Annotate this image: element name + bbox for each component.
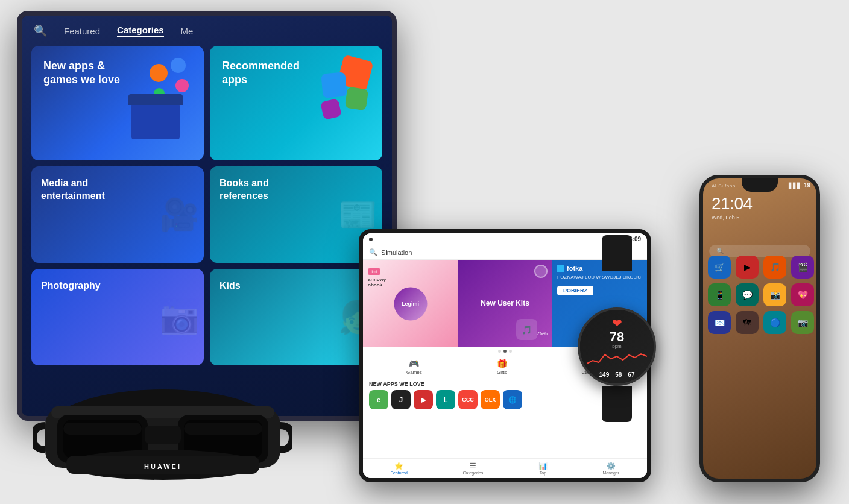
app-icon-8: 💖 bbox=[791, 283, 814, 306]
featured-nav-label: Featured bbox=[391, 471, 408, 475]
tablet-cat-gifts[interactable]: 🎁 Gifts bbox=[497, 359, 507, 375]
tv-screen: 🔍 Featured Categories Me New apps & game… bbox=[22, 16, 392, 416]
tv-cat-books-title: Books and references bbox=[219, 177, 298, 203]
legimi-circle: Legimi bbox=[394, 287, 427, 320]
app-d[interactable]: ▶ bbox=[414, 390, 433, 409]
tv-cat-photography[interactable]: Photography 📷 bbox=[31, 269, 204, 365]
dot-3 bbox=[509, 350, 512, 353]
svg-rect-12 bbox=[184, 423, 262, 435]
banner-left-deco bbox=[113, 52, 198, 148]
phone-app-10[interactable]: 🗺 bbox=[736, 311, 759, 334]
tv-banners: New apps & games we love Recommende bbox=[31, 46, 382, 160]
vr-glasses-container: HUAWEI bbox=[33, 365, 292, 498]
app-ccc[interactable]: CCC bbox=[458, 390, 478, 409]
tv-cat-kids[interactable]: Kids 👧 bbox=[210, 269, 382, 365]
phone-app-6[interactable]: 💬 bbox=[736, 283, 759, 306]
phone-ai-label: AI Sufahh bbox=[712, 183, 736, 189]
watch-container: ❤ 78 bpm 149 58 67 bbox=[566, 235, 668, 446]
watch-chart bbox=[587, 351, 647, 367]
banner-right-deco bbox=[286, 52, 376, 148]
top-nav-icon: 📊 bbox=[538, 462, 548, 470]
app-j[interactable]: J bbox=[391, 390, 411, 409]
phone-app-11[interactable]: 🔵 bbox=[763, 311, 786, 334]
phone-notch bbox=[742, 178, 778, 192]
phone-app-1[interactable]: 🛒 bbox=[708, 256, 731, 279]
app-web[interactable]: 🌐 bbox=[503, 390, 522, 409]
phone-app-5[interactable]: 📱 bbox=[708, 283, 731, 306]
tv-nav-me[interactable]: Me bbox=[181, 26, 194, 36]
phone-app-3[interactable]: 🎵 bbox=[763, 256, 786, 279]
app-icon-7: 📸 bbox=[763, 283, 786, 306]
tablet-search-icon: 🔍 bbox=[369, 248, 377, 256]
photo-icon: 📷 bbox=[160, 299, 199, 336]
app-e-letter: e bbox=[377, 396, 380, 403]
tv-nav-categories[interactable]: Categories bbox=[117, 25, 164, 37]
phone-status-bar: ▋▋▋ 19 bbox=[789, 182, 810, 189]
tv-frame: 🔍 Featured Categories Me New apps & game… bbox=[17, 11, 397, 421]
app-icon-9: 📧 bbox=[708, 311, 731, 334]
app-icon-3: 🎵 bbox=[763, 256, 786, 279]
tv-banner-recommended[interactable]: Recommended apps bbox=[210, 46, 382, 160]
app-icon-6: 💬 bbox=[736, 283, 759, 306]
phone-apps-grid: 🛒 ▶ 🎵 🎬 📱 💬 bbox=[703, 251, 816, 339]
app-icon-12: 📷 bbox=[791, 311, 814, 334]
phone-container: AI Sufahh ▋▋▋ 19 21:04 Wed, Feb 5 🔍 🛒 bbox=[699, 175, 820, 482]
featured-nav-icon: ⭐ bbox=[394, 462, 403, 470]
app-icon-2: ▶ bbox=[736, 256, 759, 279]
tv-cat-books[interactable]: Books and references 📰 bbox=[210, 166, 382, 263]
games-label: Games bbox=[406, 370, 422, 375]
watch-frame: ❤ 78 bpm 149 58 67 bbox=[578, 307, 656, 386]
scene: 🔍 Featured Categories Me New apps & game… bbox=[0, 0, 849, 504]
svg-text:HUAWEI: HUAWEI bbox=[144, 463, 181, 470]
search-icon[interactable]: 🔍 bbox=[34, 24, 47, 37]
tablet-nav-top[interactable]: 📊 Top bbox=[538, 462, 548, 475]
phone-big-date: Wed, Feb 5 bbox=[712, 215, 739, 221]
books-icon: 📰 bbox=[338, 197, 377, 233]
phone-status-time: 19 bbox=[804, 182, 810, 189]
top-nav-label: Top bbox=[540, 471, 546, 475]
tablet-banner-new-user-kits[interactable]: New User Kits 🎵 75% bbox=[458, 260, 552, 347]
watch-step2: 58 bbox=[615, 371, 622, 378]
tablet-cat-games[interactable]: 🎮 Games bbox=[406, 359, 422, 375]
categories-nav-icon: ☰ bbox=[470, 462, 476, 470]
app-l[interactable]: L bbox=[436, 390, 455, 409]
deco-card: 🎵 bbox=[516, 319, 537, 340]
fotka-dot bbox=[557, 265, 564, 272]
media-icon: 🎥 bbox=[160, 197, 199, 233]
new-user-kits-title: New User Kits bbox=[476, 299, 534, 307]
svg-rect-11 bbox=[63, 423, 142, 435]
app-d-letter: ▶ bbox=[421, 396, 426, 404]
tablet-bottom-nav: ⭐ Featured ☰ Categories 📊 Top ⚙️ Manager bbox=[363, 458, 647, 478]
phone-big-time: 21:04 bbox=[712, 194, 753, 213]
tv-banner-new-apps[interactable]: New apps & games we love bbox=[31, 46, 204, 160]
dot-1 bbox=[498, 350, 501, 353]
phone-app-12[interactable]: 📷 bbox=[791, 311, 814, 334]
games-icon: 🎮 bbox=[409, 359, 419, 368]
phone-app-8[interactable]: 💖 bbox=[791, 283, 814, 306]
legimi-badge: limi bbox=[368, 268, 380, 275]
app-icon-11: 🔵 bbox=[763, 311, 786, 334]
phone-app-7[interactable]: 📸 bbox=[763, 283, 786, 306]
tablet-nav-manager[interactable]: ⚙️ Manager bbox=[603, 462, 620, 475]
app-icon-1: 🛒 bbox=[708, 256, 731, 279]
signal-icon: ▋▋▋ bbox=[789, 183, 801, 189]
tv-nav-featured[interactable]: Featured bbox=[64, 26, 100, 36]
tablet-banner-legimi[interactable]: limi armowyobook Legimi bbox=[363, 260, 458, 347]
watch-band-bottom bbox=[602, 386, 632, 422]
app-olx[interactable]: OLX bbox=[481, 390, 500, 409]
phone-app-2[interactable]: ▶ bbox=[736, 256, 759, 279]
tablet-nav-categories[interactable]: ☰ Categories bbox=[462, 462, 483, 475]
app-e[interactable]: e bbox=[369, 390, 388, 409]
svg-rect-7 bbox=[145, 426, 181, 444]
phone-frame: AI Sufahh ▋▋▋ 19 21:04 Wed, Feb 5 🔍 🛒 bbox=[699, 175, 820, 482]
tv-nav: 🔍 Featured Categories Me bbox=[31, 24, 382, 37]
watch-steps: 149 58 67 bbox=[599, 371, 635, 378]
manager-nav-icon: ⚙️ bbox=[607, 462, 616, 470]
tablet-nav-featured[interactable]: ⭐ Featured bbox=[391, 462, 408, 475]
tv-cat-photo-title: Photography bbox=[41, 280, 119, 292]
phone-app-9[interactable]: 📧 bbox=[708, 311, 731, 334]
watch-bpm-label: bpm bbox=[612, 344, 622, 349]
tv-cat-media-entertainment[interactable]: Media and entertainment 🎥 bbox=[31, 166, 204, 263]
dot-2 bbox=[503, 350, 507, 353]
phone-app-4[interactable]: 🎬 bbox=[791, 256, 814, 279]
